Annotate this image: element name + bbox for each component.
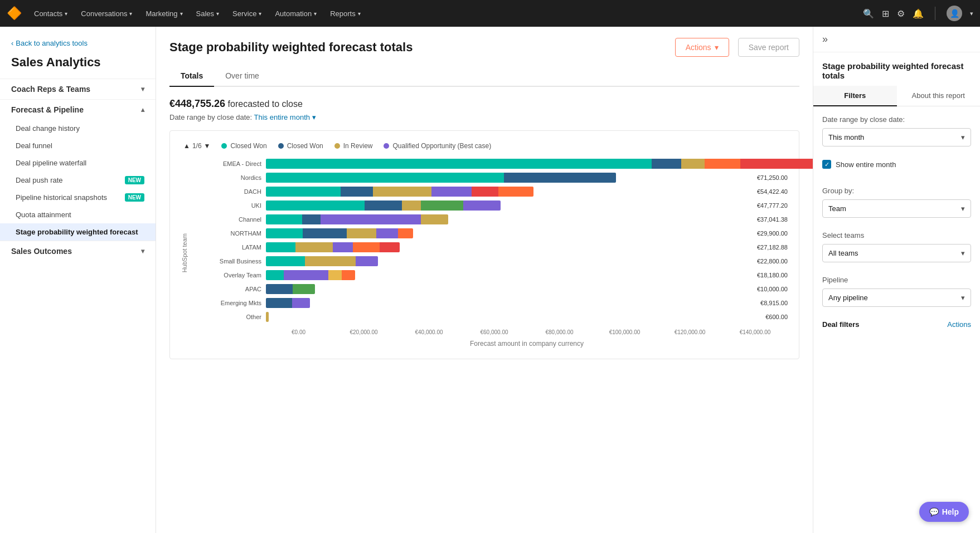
panel-tab-filters[interactable]: Filters (813, 86, 897, 106)
legend-next-icon[interactable]: ▼ (204, 142, 211, 150)
sidebar-section-sales-outcomes[interactable]: Sales Outcomes ▾ (0, 241, 156, 261)
x-tick-2: €40,000.00 (396, 329, 462, 335)
actions-button[interactable]: Actions ▾ (675, 38, 729, 57)
nav-sales[interactable]: Sales ▾ (191, 6, 225, 21)
sidebar-section-forecast-pipeline[interactable]: Forecast & Pipeline ▴ (0, 99, 156, 120)
filter-group-by-select[interactable]: Team ▾ (822, 199, 971, 218)
bar-label-6: LATAM (195, 244, 261, 251)
tab-totals[interactable]: Totals (169, 66, 214, 87)
main-content: Stage probability weighted forecast tota… (156, 27, 813, 533)
bar-segment-3-4 (463, 201, 501, 211)
back-link[interactable]: ‹ Back to analytics tools (0, 36, 156, 55)
bar-segment-0-2 (681, 159, 705, 169)
sidebar-item-stage-probability-weighted-forecast[interactable]: Stage probability weighted forecast (0, 223, 156, 241)
show-entire-month-row[interactable]: ✓ Show entire month (822, 160, 971, 169)
hubspot-logo[interactable]: 🔶 (7, 6, 22, 21)
bar-segment-8-3 (342, 270, 355, 280)
panel-tab-about-report[interactable]: About this report (897, 86, 981, 106)
sidebar-item-deal-change-history[interactable]: Deal change history (0, 120, 156, 137)
panel-toggle-button[interactable]: » (813, 27, 980, 52)
bar-row-northam: NORTHAM€29,900.00 (195, 228, 788, 238)
legend-nav: ▲ 1/6 ▼ (183, 142, 210, 150)
bar-track-1[interactable] (266, 173, 616, 183)
sidebar-item-deal-funnel[interactable]: Deal funnel (0, 137, 156, 154)
nav-expand-icon[interactable]: ▾ (970, 10, 973, 17)
bar-value-11: €600.00 (765, 314, 788, 320)
nav-conversations[interactable]: Conversations ▾ (75, 6, 138, 21)
sidebar-item-deal-pipeline-waterfall[interactable]: Deal pipeline waterfall (0, 154, 156, 172)
legend-item-closed-won-dark: Closed Won (278, 142, 323, 150)
bar-track-11[interactable] (266, 312, 269, 322)
bar-value-8: €18,180.00 (757, 272, 788, 278)
bar-track-4[interactable] (266, 214, 448, 224)
filter-date-range-select[interactable]: This month ▾ (822, 128, 971, 146)
bar-segment-2-5 (498, 187, 533, 197)
tab-over-time[interactable]: Over time (214, 66, 270, 87)
filter-pipeline-arrow-icon: ▾ (961, 294, 965, 302)
bar-track-8[interactable] (266, 270, 355, 280)
nav-sales-chevron: ▾ (216, 11, 219, 17)
bar-value-2: €54,422.40 (757, 188, 788, 195)
right-panel: » Stage probability weighted forecast to… (813, 27, 980, 533)
bar-track-9[interactable] (266, 284, 315, 294)
bar-row-other: Other€600.00 (195, 312, 788, 322)
filter-select-teams-arrow-icon: ▾ (961, 249, 965, 257)
bar-row-emea---direct: EMEA - Direct€120,686.40 (195, 159, 788, 169)
bar-track-0[interactable] (266, 159, 813, 169)
badge-new-pipeline-historical: NEW (125, 193, 144, 202)
nav-automation[interactable]: Automation ▾ (269, 6, 322, 21)
bar-segment-0-4 (740, 159, 813, 169)
help-label: Help (942, 507, 959, 516)
bar-segment-5-3 (376, 228, 399, 238)
sidebar-item-deal-push-rate[interactable]: Deal push rate NEW (0, 172, 156, 189)
bar-segment-4-2 (321, 214, 421, 224)
filter-date-range: Date range by close date: This month ▾ (813, 106, 980, 151)
bar-label-4: Channel (195, 216, 261, 223)
nav-service[interactable]: Service ▾ (227, 6, 267, 21)
user-avatar[interactable]: 👤 (947, 6, 962, 21)
bar-segment-9-0 (266, 284, 293, 294)
filter-pipeline-select[interactable]: Any pipeline ▾ (822, 288, 971, 307)
bar-segment-11-0 (266, 312, 269, 322)
bar-track-7[interactable] (266, 256, 378, 266)
sidebar-item-pipeline-historical-snapshots[interactable]: Pipeline historical snapshots NEW (0, 189, 156, 206)
nav-contacts[interactable]: Contacts ▾ (28, 6, 73, 21)
x-tick-0: €0.00 (266, 329, 331, 335)
report-title: Stage probability weighted forecast tota… (169, 40, 666, 55)
bar-track-3[interactable] (266, 201, 501, 211)
nav-automation-chevron: ▾ (314, 11, 317, 17)
bar-row-apac: APAC€10,000.00 (195, 284, 788, 294)
deal-filters-action-link[interactable]: Actions (947, 320, 971, 329)
bar-label-7: Small Business (195, 258, 261, 265)
bar-track-10[interactable] (266, 298, 310, 308)
legend-prev-icon[interactable]: ▲ (183, 142, 190, 150)
nav-reports[interactable]: Reports ▾ (324, 6, 366, 21)
marketplace-icon[interactable]: ⊞ (882, 8, 889, 19)
bar-segment-4-3 (421, 214, 448, 224)
bar-track-6[interactable] (266, 242, 400, 252)
sidebar-section-coach-reps-teams[interactable]: Coach Reps & Teams ▾ (0, 79, 156, 99)
sidebar-section-sales-outcomes-chevron: ▾ (141, 247, 144, 255)
forecast-summary: €448,755.26 forecasted to close (169, 98, 799, 110)
help-button[interactable]: 💬 Help (919, 502, 969, 522)
date-range-link[interactable]: This entire month ▾ (254, 113, 316, 121)
filter-select-teams-select[interactable]: All teams ▾ (822, 244, 971, 262)
legend-item-closed-won-teal: Closed Won (221, 142, 266, 150)
filter-group-by: Group by: Team ▾ (813, 178, 980, 222)
report-header: Stage probability weighted forecast tota… (169, 38, 799, 57)
show-entire-month-checkbox[interactable]: ✓ (822, 160, 831, 169)
bar-track-5[interactable] (266, 228, 413, 238)
search-icon[interactable]: 🔍 (863, 8, 874, 19)
sidebar-item-quota-attainment[interactable]: Quota attainment (0, 206, 156, 223)
back-arrow-icon: ‹ (11, 39, 13, 47)
settings-icon[interactable]: ⚙ (897, 8, 905, 19)
chart-area: HubSpot team EMEA - Direct€120,686.40Nor… (181, 159, 788, 348)
chart-inner: EMEA - Direct€120,686.40Nordics€71,250.0… (195, 159, 788, 348)
bar-track-2[interactable] (266, 187, 533, 197)
bar-row-small-business: Small Business€22,800.00 (195, 256, 788, 266)
report-tabs: Totals Over time (169, 66, 799, 87)
x-axis: €0.00€20,000.00€40,000.00€60,000.00€80,0… (266, 326, 788, 335)
nav-marketing[interactable]: Marketing ▾ (140, 6, 188, 21)
notifications-icon[interactable]: 🔔 (913, 8, 924, 19)
badge-new-deal-push-rate: NEW (125, 176, 144, 184)
